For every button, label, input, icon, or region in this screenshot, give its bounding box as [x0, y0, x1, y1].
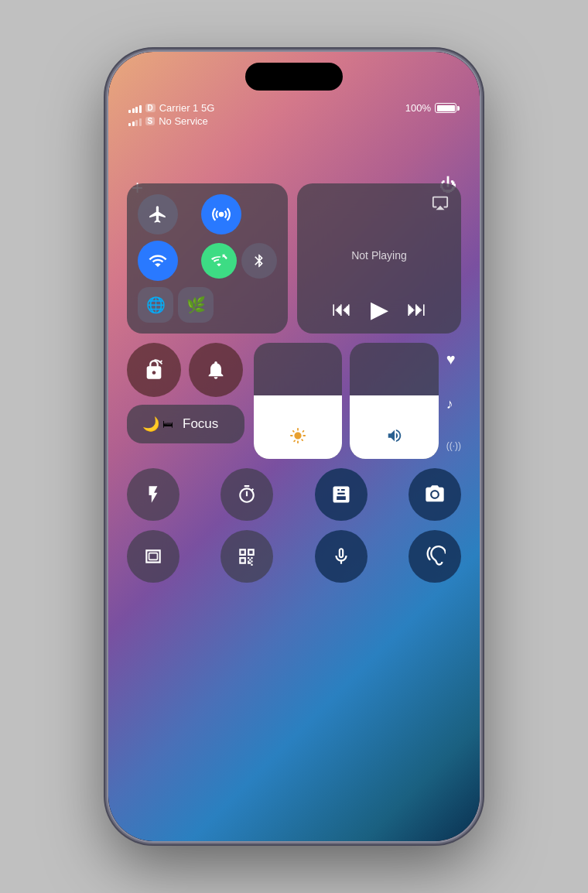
focus-modes-row: 🌐 🌿	[138, 287, 277, 323]
carrier1-label: Carrier 1 5G	[159, 102, 215, 114]
volume-icon	[386, 427, 403, 448]
carrier2-badge: S	[145, 117, 156, 125]
mic-icon	[331, 546, 351, 566]
sun-icon	[289, 427, 306, 444]
top-row: 🌐 🌿 Not Playing ⏮	[127, 183, 461, 334]
bar3	[135, 120, 138, 126]
airplane-button[interactable]	[138, 194, 178, 234]
microphone-button[interactable]	[315, 530, 368, 583]
lock-bell-row	[127, 343, 244, 397]
rewind-button[interactable]: ⏮	[332, 297, 352, 321]
battery-tip	[457, 106, 460, 111]
svg-point-1	[432, 491, 437, 497]
calculator-icon	[330, 484, 352, 505]
qr-icon	[237, 546, 257, 566]
signal-icon: ((·))	[446, 440, 461, 451]
mirror-icon	[143, 546, 163, 566]
bottom-row-1	[127, 468, 461, 521]
airdrop-icon	[211, 204, 231, 224]
focus-button[interactable]: 🌙 🛏 Focus	[127, 405, 244, 443]
controls-container: 🌐 🌿 Not Playing ⏮	[127, 183, 461, 583]
hearing-button[interactable]	[409, 530, 461, 583]
timer-icon	[237, 484, 257, 505]
airplane-icon	[148, 204, 168, 224]
carrier1-badge: D	[145, 104, 156, 112]
media-tile: Not Playing ⏮ ▶ ⏭	[297, 183, 461, 334]
focus-mode-2[interactable]: 🌿	[178, 287, 214, 323]
battery-fill	[437, 105, 455, 111]
media-top	[309, 194, 449, 214]
sliders-area: ♥ ♪ ((·))	[254, 343, 461, 459]
camera-icon	[424, 484, 446, 505]
focus-label: Focus	[183, 416, 218, 432]
play-button[interactable]: ▶	[371, 296, 388, 323]
wifi-icon	[148, 251, 168, 271]
battery-icon	[435, 103, 460, 113]
cellular-icon	[210, 252, 227, 269]
side-icons: ♥ ♪ ((·))	[446, 343, 461, 459]
signal-bars-1	[128, 104, 142, 113]
bar1	[128, 123, 131, 126]
airdrop-button[interactable]	[201, 194, 241, 234]
bar4	[139, 118, 142, 126]
cellular-button[interactable]	[201, 243, 237, 279]
bar1	[128, 110, 131, 113]
flashlight-icon	[143, 484, 163, 505]
media-not-playing: Not Playing	[309, 249, 449, 262]
heart-icon: ♥	[446, 351, 461, 368]
wifi-button[interactable]	[138, 241, 178, 281]
bar2	[132, 108, 135, 113]
brightness-icon	[289, 427, 306, 448]
bar2	[132, 121, 135, 126]
phone-frame: D Carrier 1 5G S No Service 100%	[108, 52, 480, 841]
second-main-row: 🌙 🛏 Focus	[127, 343, 461, 459]
calculator-button[interactable]	[315, 468, 368, 521]
timer-button[interactable]	[220, 468, 273, 521]
connectivity-tile: 🌐 🌿	[127, 183, 288, 334]
battery-percent: 100%	[405, 102, 431, 114]
battery-info: 100%	[405, 102, 460, 114]
brightness-slider[interactable]	[254, 343, 342, 459]
bluetooth-icon	[251, 253, 267, 269]
cell-bt-row	[201, 241, 277, 281]
focus-icons: 🌙 🛏	[142, 416, 173, 433]
airplay-button[interactable]	[432, 194, 449, 214]
speaker-icon	[386, 427, 403, 444]
music-note-icon: ♪	[446, 396, 461, 412]
svg-point-0	[219, 212, 224, 217]
phone-screen: D Carrier 1 5G S No Service 100%	[108, 52, 480, 841]
screen-mirror-button[interactable]	[127, 530, 179, 583]
svg-rect-2	[149, 553, 158, 560]
flashlight-button[interactable]	[127, 468, 179, 521]
carrier-info: D Carrier 1 5G S No Service	[128, 102, 214, 127]
carrier1-row: D Carrier 1 5G	[128, 102, 214, 114]
camera-button[interactable]	[409, 468, 461, 521]
left-controls-col: 🌙 🛏 Focus	[127, 343, 244, 459]
battery-body	[435, 103, 456, 113]
lock-rotation-icon	[143, 359, 165, 381]
bluetooth-button[interactable]	[241, 243, 277, 279]
bar3	[135, 107, 138, 113]
carrier2-label: No Service	[159, 115, 208, 127]
fast-forward-button[interactable]: ⏭	[407, 297, 427, 321]
mute-button[interactable]	[189, 343, 243, 397]
dynamic-island	[245, 63, 343, 91]
qr-scanner-button[interactable]	[220, 530, 273, 583]
focus-bed-icon: 🛏	[162, 418, 173, 430]
media-controls: ⏮ ▶ ⏭	[309, 296, 449, 323]
bottom-row-2	[127, 530, 461, 583]
status-bar: D Carrier 1 5G S No Service 100%	[128, 102, 460, 127]
carrier2-row: S No Service	[128, 115, 214, 127]
bar4	[139, 105, 142, 113]
signal-bars-2	[128, 117, 142, 126]
volume-slider[interactable]	[350, 343, 438, 459]
airplay-icon	[432, 194, 449, 211]
screen-lock-button[interactable]	[127, 343, 181, 397]
hearing-icon	[424, 546, 446, 567]
focus-moon-icon: 🌙	[142, 416, 159, 433]
bell-icon	[205, 359, 227, 381]
focus-mode-1[interactable]: 🌐	[138, 287, 173, 323]
